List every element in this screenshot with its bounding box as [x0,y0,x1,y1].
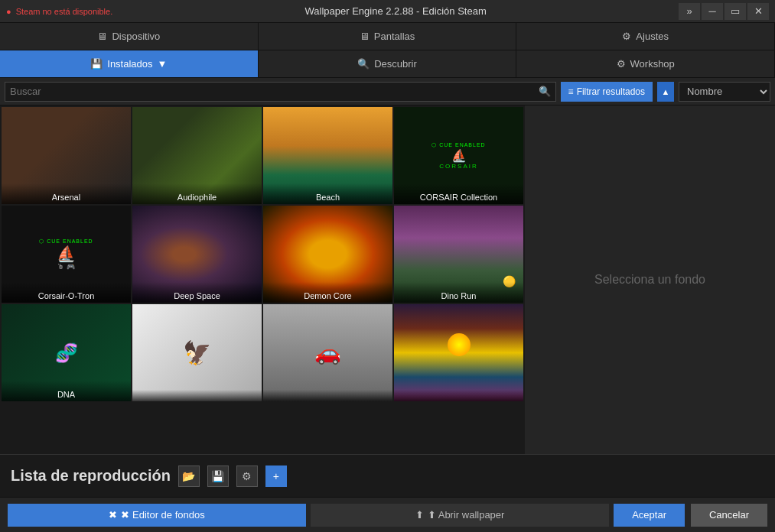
steam-icon: ● [6,7,11,16]
app-title: Wallpaper Engine 2.2.88 - Edición Steam [112,5,679,17]
right-panel: Selecciona un fondo [525,105,775,454]
list-item[interactable]: 🦅 [132,304,262,401]
nav-row-2: 💾 Instalados ▼ 🔍 Descubrir ⚙ Workshop [0,50,775,78]
wallpaper-label [394,390,523,401]
main-layout: Arsenal Audiophile Beach ⬡ CUE ENABLED ⛵… [0,105,775,454]
list-item[interactable]: ⬡ CUE ENABLED ⛵ 🖱 🎮 Corsair-O-Tron [2,206,131,303]
restore-button[interactable]: ▭ [725,3,746,20]
wallpaper-label: Audiophile [132,183,262,204]
playlist-bar: Lista de reproducción 📂 💾 ⚙ + [0,454,775,497]
wallpaper-grid: Arsenal Audiophile Beach ⬡ CUE ENABLED ⛵… [0,105,525,403]
search-icon: 🔍 [539,86,551,97]
filter-arrow-button[interactable]: ▲ [657,82,674,102]
filter-icon: ≡ [568,86,574,97]
accept-button[interactable]: Aceptar [614,504,685,527]
cancel-button[interactable]: Cancelar [691,504,767,527]
screens-icon: 🖥 [360,31,370,42]
save-playlist-button[interactable]: 💾 [207,466,229,487]
wallpaper-label [132,390,262,401]
wallpaper-label: Dino Run [394,282,523,303]
save-icon: 💾 [90,58,103,70]
minimize-button[interactable]: ─ [702,3,723,20]
wallpaper-label: Beach [263,183,392,204]
search-box[interactable]: 🔍 [5,82,556,102]
nav-row-1: 🖥 Dispositivo 🖥 Pantallas ⚙ Ajustes [0,23,775,50]
dropdown-arrow: ▼ [158,58,168,70]
wallpaper-label [263,390,392,401]
editor-icon: ✖ [109,509,117,521]
skip-button[interactable]: » [679,3,700,20]
discover-icon: 🔍 [357,58,370,70]
tab-settings[interactable]: ⚙ Ajustes [516,23,775,50]
list-item[interactable]: Arsenal [2,107,131,204]
bottom-bar: ✖ ✖ Editor de fondos ⬆ ⬆ Abrir wallpaper… [0,497,775,532]
select-background-hint: Selecciona un fondo [594,273,705,287]
wallpaper-label: Corsair-O-Tron [2,282,131,303]
list-item[interactable]: Demon Core [263,206,392,303]
gear-icon: ⚙ [622,31,631,42]
filter-button[interactable]: ≡ Filtrar resultados [561,82,653,102]
open-folder-button[interactable]: 📂 [178,466,200,487]
search-input[interactable] [10,86,536,97]
editor-button[interactable]: ✖ ✖ Editor de fondos [8,504,306,527]
workshop-icon: ⚙ [617,58,626,70]
list-item[interactable]: Deep Space [132,206,262,303]
tab-installed[interactable]: 💾 Instalados ▼ [0,50,259,77]
search-filter-row: 🔍 ≡ Filtrar resultados ▲ Nombre Fecha Ti… [0,78,775,105]
list-item[interactable] [394,304,523,401]
confirm-buttons: Aceptar Cancelar [614,504,767,527]
open-wallpaper-button[interactable]: ⬆ ⬆ Abrir wallpaper [311,504,609,527]
wallpaper-label: Arsenal [2,183,131,204]
wallpaper-grid-area: Arsenal Audiophile Beach ⬡ CUE ENABLED ⛵… [0,105,525,454]
tab-workshop[interactable]: ⚙ Workshop [516,50,775,77]
list-item[interactable]: 🧬 DNA [2,304,131,401]
list-item[interactable]: 🟡 Dino Run [394,206,523,303]
steam-status: ● Steam no está disponible. [6,7,112,16]
upload-icon: ⬆ [415,509,424,521]
list-item[interactable]: 🚗 [263,304,392,401]
add-playlist-button[interactable]: + [265,466,287,487]
sort-select[interactable]: Nombre Fecha Tipo [679,82,770,102]
list-item[interactable]: Audiophile [132,107,262,204]
close-button[interactable]: ✕ [747,3,769,20]
list-item[interactable]: ⬡ CUE ENABLED ⛵ CORSAIR CORSAIR Collecti… [394,107,523,204]
tab-device[interactable]: 🖥 Dispositivo [0,23,259,50]
wallpaper-label: Deep Space [132,282,262,303]
wallpaper-label: DNA [2,381,131,401]
tab-screens[interactable]: 🖥 Pantallas [259,23,517,50]
list-item[interactable]: Beach [263,107,392,204]
playlist-title: Lista de reproducción [11,467,171,485]
title-bar: ● Steam no está disponible. Wallpaper En… [0,0,775,23]
device-icon: 🖥 [97,31,107,42]
wallpaper-label: Demon Core [263,282,392,303]
wallpaper-label: CORSAIR Collection [394,183,523,204]
tab-discover[interactable]: 🔍 Descubrir [259,50,517,77]
window-controls: » ─ ▭ ✕ [679,3,769,20]
settings-playlist-button[interactable]: ⚙ [236,466,258,487]
